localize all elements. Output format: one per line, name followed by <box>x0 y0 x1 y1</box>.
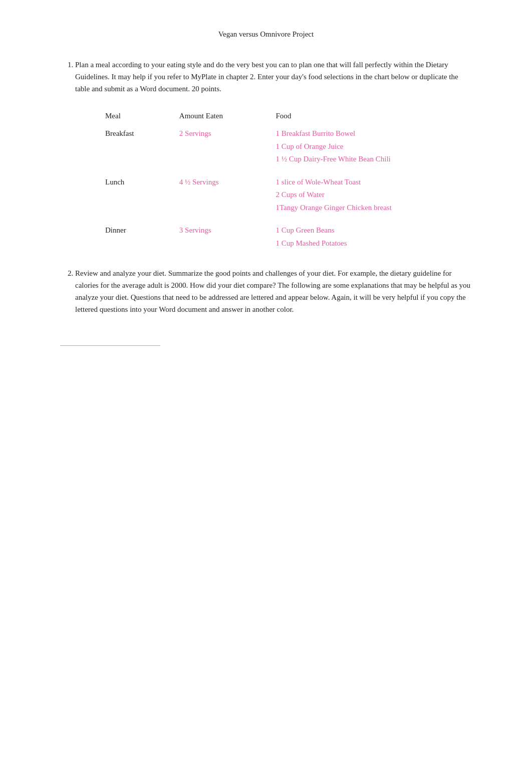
food-item-lunch-3: 1Tangy Orange Ginger Chicken breast <box>276 202 462 215</box>
meal-lunch: Lunch <box>95 173 169 217</box>
meal-breakfast: Breakfast <box>95 125 169 168</box>
bottom-divider <box>60 345 160 346</box>
servings-breakfast: 2 Servings <box>169 125 266 168</box>
food-item-dinner-2: 1 Cup Mashed Potatoes <box>276 237 462 250</box>
food-lunch: 1 slice of Wole-Wheat Toast 2 Cups of Wa… <box>266 173 472 217</box>
instruction-text-2: Review and analyze your diet. Summarize … <box>75 269 470 313</box>
instruction-item-2: Review and analyze your diet. Summarize … <box>75 267 472 315</box>
page-title: Vegan versus Omnivore Project <box>60 30 472 39</box>
meal-table: Meal Amount Eaten Food Breakfast 2 Servi… <box>95 107 472 252</box>
food-dinner: 1 Cup Green Beans 1 Cup Mashed Potatoes <box>266 222 472 252</box>
servings-dinner: 3 Servings <box>169 222 266 252</box>
table-row: Lunch 4 ½ Servings 1 slice of Wole-Wheat… <box>95 173 472 217</box>
food-item-lunch-2: 2 Cups of Water <box>276 188 462 202</box>
food-item-lunch-1: 1 slice of Wole-Wheat Toast <box>276 176 462 189</box>
food-item-breakfast-1: 1 Breakfast Burrito Bowel <box>276 127 462 140</box>
col-header-meal: Meal <box>95 107 169 125</box>
food-item-dinner-1: 1 Cup Green Beans <box>276 224 462 237</box>
food-breakfast: 1 Breakfast Burrito Bowel 1 Cup of Orang… <box>266 125 472 168</box>
food-item-breakfast-3: 1 ½ Cup Dairy-Free White Bean Chili <box>276 153 462 166</box>
col-header-food: Food <box>266 107 472 125</box>
spacer-row <box>95 168 472 173</box>
instruction-text-1: Plan a meal according to your eating sty… <box>75 61 458 93</box>
table-row: Dinner 3 Servings 1 Cup Green Beans 1 Cu… <box>95 222 472 252</box>
servings-lunch: 4 ½ Servings <box>169 173 266 217</box>
instruction-item-1: Plan a meal according to your eating sty… <box>75 59 472 252</box>
spacer-row <box>95 217 472 222</box>
table-row: Breakfast 2 Servings 1 Breakfast Burrito… <box>95 125 472 168</box>
meal-table-wrapper: Meal Amount Eaten Food Breakfast 2 Servi… <box>95 107 472 252</box>
meal-dinner: Dinner <box>95 222 169 252</box>
col-header-amount: Amount Eaten <box>169 107 266 125</box>
food-item-breakfast-2: 1 Cup of Orange Juice <box>276 140 462 153</box>
